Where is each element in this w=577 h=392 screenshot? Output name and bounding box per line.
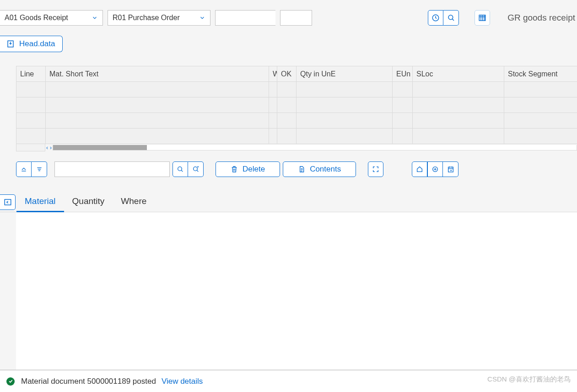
svg-point-16 [193, 167, 197, 171]
svg-point-1 [448, 15, 453, 20]
calendar-add-button[interactable] [443, 161, 458, 177]
table-cell[interactable] [413, 129, 504, 144]
scroll-right-icon[interactable]: › [50, 145, 52, 151]
contents-button[interactable]: Contents [283, 161, 356, 177]
scroll-thumb[interactable] [53, 145, 147, 150]
page-title: GR goods receipt [507, 13, 575, 23]
document-icon [298, 166, 305, 173]
fullscreen-button[interactable] [368, 161, 383, 177]
table-cell[interactable] [413, 113, 504, 129]
table-cell[interactable] [504, 97, 577, 113]
table-cell[interactable] [297, 129, 393, 144]
item-action-toolbar: Delete Contents [0, 151, 577, 187]
document-year-input[interactable] [280, 10, 312, 26]
history-button[interactable] [428, 10, 443, 26]
col-header-seg[interactable]: Stock Segment [504, 66, 577, 82]
svg-line-17 [197, 170, 198, 172]
col-header-ok[interactable]: OK [277, 66, 297, 82]
table-cell[interactable] [269, 82, 277, 97]
table-cell[interactable] [393, 113, 413, 129]
table-cell[interactable] [297, 97, 393, 113]
table-cell[interactable] [393, 129, 413, 144]
document-number-input[interactable] [215, 10, 275, 26]
calendar-icon [447, 166, 454, 173]
table-cell[interactable] [277, 113, 297, 129]
search-button[interactable] [443, 10, 459, 26]
top-toolbar: A01 Goods Receipt R01 Purchase Order [0, 0, 577, 36]
svg-rect-34 [5, 199, 11, 205]
head-data-button[interactable]: Head.data [0, 36, 63, 52]
table-header-row: Line Mat. Short Text W OK Qty in UnE EUn… [16, 66, 577, 82]
table-cell[interactable] [277, 97, 297, 113]
view-details-link[interactable]: View details [162, 377, 203, 386]
scroll-track[interactable] [53, 145, 577, 150]
table-cell[interactable] [269, 97, 277, 113]
table-cell[interactable] [393, 82, 413, 97]
chevron-down-icon [199, 15, 205, 21]
table-cell[interactable] [504, 82, 577, 97]
success-icon [6, 377, 15, 386]
tab-content [16, 212, 577, 370]
chevron-down-icon [92, 15, 98, 21]
table-cell[interactable] [269, 129, 277, 144]
table-row[interactable] [16, 97, 577, 113]
table-cell[interactable] [297, 82, 393, 97]
search-icon [177, 166, 184, 173]
collapse-all-button[interactable] [16, 161, 32, 177]
table-cell[interactable] [277, 129, 297, 144]
col-header-sloc[interactable]: SLoc [413, 66, 504, 82]
table-cell[interactable] [269, 113, 277, 129]
table-cell[interactable] [46, 129, 269, 144]
table-cell[interactable] [413, 82, 504, 97]
table-cell[interactable] [504, 129, 577, 144]
find-next-button[interactable] [188, 161, 204, 177]
col-header-line[interactable]: Line [16, 66, 46, 82]
col-header-mat[interactable]: Mat. Short Text [46, 66, 269, 82]
table-cell[interactable] [277, 82, 297, 97]
filter-icon [36, 166, 43, 173]
status-message: Material document 5000001189 posted [21, 377, 156, 386]
tab-quantity[interactable]: Quantity [64, 193, 113, 212]
table-cell[interactable] [46, 97, 269, 113]
col-header-eun[interactable]: EUn [393, 66, 413, 82]
table-cell[interactable] [413, 97, 504, 113]
plus-circle-icon [431, 166, 439, 173]
items-table-wrap: Line Mat. Short Text W OK Qty in UnE EUn… [16, 66, 577, 144]
table-cell[interactable] [297, 113, 393, 129]
filter-button[interactable] [32, 161, 47, 177]
trash-icon [231, 166, 238, 173]
col-header-qty[interactable]: Qty in UnE [297, 66, 393, 82]
delete-button[interactable]: Delete [216, 161, 280, 177]
svg-point-14 [178, 167, 182, 171]
reference-doc-value: R01 Purchase Order [113, 14, 180, 22]
tab-material[interactable]: Material [16, 193, 64, 212]
contents-label: Contents [310, 165, 341, 174]
table-cell[interactable] [16, 113, 46, 129]
table-cell[interactable] [16, 129, 46, 144]
tab-where[interactable]: Where [113, 193, 155, 212]
home-button[interactable] [412, 161, 427, 177]
table-horizontal-scroll: ‹ › [16, 144, 577, 151]
col-header-w[interactable]: W [269, 66, 277, 82]
reference-doc-dropdown[interactable]: R01 Purchase Order [108, 10, 210, 26]
add-button[interactable] [427, 161, 443, 177]
find-button[interactable] [173, 161, 188, 177]
table-row[interactable] [16, 113, 577, 129]
table-cell[interactable] [393, 97, 413, 113]
table-row[interactable] [16, 82, 577, 97]
item-search-input[interactable] [54, 161, 170, 177]
svg-rect-28 [448, 167, 453, 172]
table-cell[interactable] [504, 113, 577, 129]
toggle-detail-button[interactable] [0, 194, 16, 210]
home-icon [416, 166, 423, 173]
search-icon [447, 14, 455, 22]
table-cell[interactable] [16, 82, 46, 97]
scroll-left-icon[interactable]: ‹ [46, 145, 48, 151]
expand-down-icon [6, 40, 15, 48]
layout-settings-button[interactable] [475, 10, 490, 26]
transaction-type-dropdown[interactable]: A01 Goods Receipt [0, 10, 103, 26]
table-cell[interactable] [46, 113, 269, 129]
table-row[interactable] [16, 129, 577, 144]
table-cell[interactable] [46, 82, 269, 97]
table-cell[interactable] [16, 97, 46, 113]
